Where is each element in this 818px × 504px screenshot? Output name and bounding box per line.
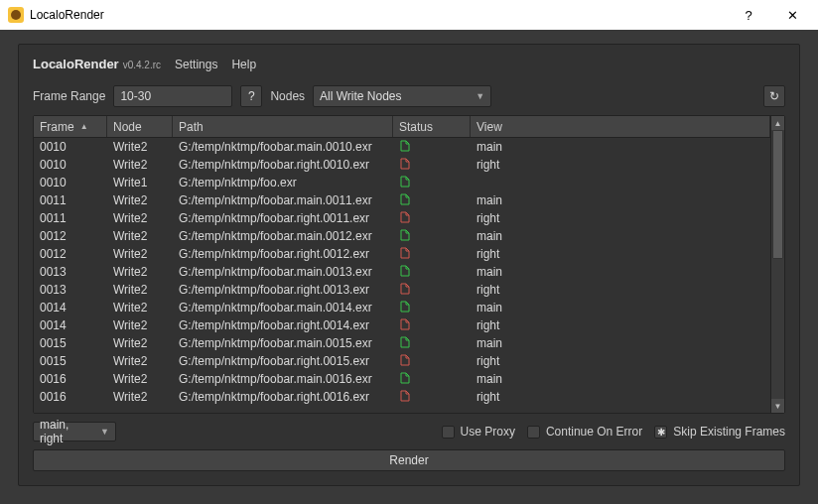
cell-status: [393, 229, 471, 244]
scroll-thumb[interactable]: [772, 130, 783, 259]
frame-range-input[interactable]: 10-30: [113, 85, 232, 107]
file-status-icon: [399, 229, 411, 241]
table-row[interactable]: 0013Write2G:/temp/nktmp/foobar.main.0013…: [34, 263, 770, 281]
column-header-node[interactable]: Node: [107, 116, 173, 137]
table-row[interactable]: 0016Write2G:/temp/nktmp/foobar.right.001…: [34, 388, 770, 406]
cell-view: main: [471, 265, 770, 279]
cell-path: G:/temp/nktmp/foobar.right.0013.exr: [173, 283, 393, 297]
render-button[interactable]: Render: [33, 449, 785, 471]
controls-row: Frame Range 10-30 ? Nodes All Write Node…: [33, 85, 785, 107]
skip-existing-frames-label: Skip Existing Frames: [673, 425, 785, 439]
cell-node: Write1: [107, 176, 173, 189]
window-title: LocaloRender: [30, 8, 104, 22]
nodes-dropdown[interactable]: All Write Nodes ▼: [313, 85, 491, 107]
table-header-row: Frame Node Path Status View: [34, 116, 770, 138]
cell-status: [393, 211, 471, 226]
nodes-label: Nodes: [270, 89, 305, 103]
cell-status: [393, 336, 471, 351]
cell-frame: 0014: [34, 318, 107, 332]
cell-path: G:/temp/nktmp/foobar.main.0012.exr: [173, 229, 393, 243]
file-status-icon: [399, 318, 411, 330]
cell-status: [393, 140, 471, 155]
window-titlebar: LocaloRender ? ✕: [0, 0, 818, 30]
scroll-down-arrow-icon[interactable]: ▼: [771, 399, 784, 413]
app-version: v0.4.2.rc: [123, 60, 161, 70]
cell-frame: 0013: [34, 265, 107, 279]
cell-node: Write2: [107, 265, 173, 279]
table-row[interactable]: 0014Write2G:/temp/nktmp/foobar.main.0014…: [34, 299, 770, 316]
cell-view: right: [471, 158, 770, 172]
cell-node: Write2: [107, 318, 173, 332]
cell-frame: 0016: [34, 390, 107, 404]
cell-node: Write2: [107, 158, 173, 172]
cell-status: [393, 283, 471, 298]
views-dropdown[interactable]: main, right ▼: [33, 422, 116, 441]
cell-view: main: [471, 301, 770, 315]
cell-frame: 0013: [34, 283, 107, 297]
table-body: 0010Write2G:/temp/nktmp/foobar.main.0010…: [34, 138, 770, 413]
column-header-path[interactable]: Path: [173, 116, 393, 137]
table-row[interactable]: 0010Write2G:/temp/nktmp/foobar.main.0010…: [34, 138, 770, 156]
cell-node: Write2: [107, 301, 173, 315]
menu-help[interactable]: Help: [231, 58, 256, 71]
table-row[interactable]: 0015Write2G:/temp/nktmp/foobar.right.001…: [34, 352, 770, 370]
continue-on-error-checkbox[interactable]: Continue On Error: [527, 425, 642, 439]
cell-path: G:/temp/nktmp/foobar.main.0010.exr: [173, 140, 393, 154]
window-close-button[interactable]: ✕: [770, 0, 814, 30]
cell-frame: 0010: [34, 158, 107, 172]
table-row[interactable]: 0014Write2G:/temp/nktmp/foobar.right.001…: [34, 316, 770, 334]
table-row[interactable]: 0012Write2G:/temp/nktmp/foobar.right.001…: [34, 245, 770, 263]
refresh-button[interactable]: ↻: [763, 85, 785, 107]
chevron-down-icon: ▼: [476, 91, 484, 101]
column-header-view[interactable]: View: [471, 116, 770, 137]
app-name: LocaloRender: [33, 57, 119, 71]
vertical-scrollbar[interactable]: ▲ ▼: [770, 116, 784, 413]
cell-view: right: [471, 390, 770, 404]
file-status-icon: [399, 193, 411, 205]
table-row[interactable]: 0010Write1G:/temp/nktmp/foo.exr: [34, 174, 770, 191]
file-status-icon: [399, 372, 411, 384]
file-status-icon: [399, 265, 411, 277]
table-row[interactable]: 0013Write2G:/temp/nktmp/foobar.right.001…: [34, 281, 770, 299]
cell-path: G:/temp/nktmp/foobar.main.0016.exr: [173, 372, 393, 386]
cell-frame: 0014: [34, 301, 107, 315]
cell-view: right: [471, 211, 770, 225]
table-row[interactable]: 0011Write2G:/temp/nktmp/foobar.main.0011…: [34, 191, 770, 209]
table-row[interactable]: 0015Write2G:/temp/nktmp/foobar.main.0015…: [34, 334, 770, 352]
cell-status: [393, 193, 471, 208]
skip-existing-frames-checkbox[interactable]: ✱ Skip Existing Frames: [654, 425, 785, 439]
frame-range-help-button[interactable]: ?: [240, 85, 262, 107]
file-status-icon: [399, 211, 411, 223]
cell-frame: 0012: [34, 247, 107, 261]
cell-frame: 0011: [34, 211, 107, 225]
table-row[interactable]: 0016Write2G:/temp/nktmp/foobar.main.0016…: [34, 370, 770, 388]
cell-path: G:/temp/nktmp/foo.exr: [173, 176, 393, 189]
render-button-label: Render: [389, 453, 428, 467]
scroll-up-arrow-icon[interactable]: ▲: [771, 116, 784, 130]
cell-node: Write2: [107, 247, 173, 261]
checkbox-icon: [442, 426, 455, 439]
cell-view: main: [471, 229, 770, 243]
question-icon: ?: [248, 89, 255, 103]
window-help-button[interactable]: ?: [727, 0, 770, 30]
column-header-frame[interactable]: Frame: [34, 116, 107, 137]
frame-range-label: Frame Range: [33, 89, 105, 103]
cell-path: G:/temp/nktmp/foobar.right.0010.exr: [173, 158, 393, 172]
table-row[interactable]: 0010Write2G:/temp/nktmp/foobar.right.001…: [34, 156, 770, 174]
app-icon: [8, 7, 24, 23]
table-row[interactable]: 0011Write2G:/temp/nktmp/foobar.right.001…: [34, 209, 770, 227]
table-row[interactable]: 0012Write2G:/temp/nktmp/foobar.main.0012…: [34, 227, 770, 245]
cell-status: [393, 265, 471, 280]
cell-view: right: [471, 247, 770, 261]
frame-range-value: 10-30: [120, 89, 151, 103]
cell-view: main: [471, 372, 770, 386]
use-proxy-checkbox[interactable]: Use Proxy: [442, 425, 515, 439]
chevron-down-icon: ▼: [100, 427, 109, 437]
cell-status: [393, 247, 471, 262]
cell-node: Write2: [107, 390, 173, 404]
main-panel: LocaloRender v0.4.2.rc Settings Help Fra…: [18, 44, 800, 486]
menu-settings[interactable]: Settings: [175, 58, 217, 71]
cell-node: Write2: [107, 229, 173, 243]
column-header-status[interactable]: Status: [393, 116, 471, 137]
checkbox-icon: [527, 426, 540, 439]
